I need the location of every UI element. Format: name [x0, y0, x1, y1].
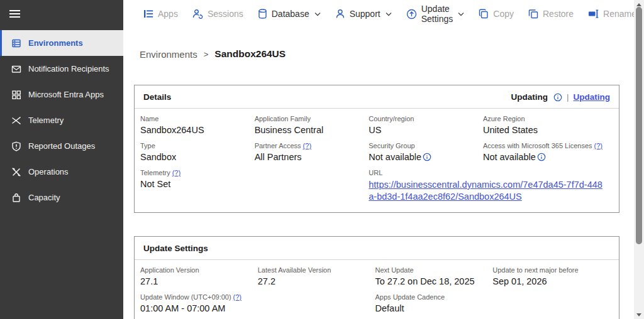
field-label: Apps Update Cadence: [375, 293, 486, 301]
help-link[interactable]: (?): [172, 169, 180, 176]
update-settings-card-title: Update Settings: [143, 244, 208, 253]
field-label: Name: [140, 115, 247, 122]
field-apps-update-cadence: Apps Update Cadence Default: [375, 288, 493, 315]
toolbar-label: Support: [350, 9, 380, 19]
toolbar: Apps Sessions Database Support: [123, 0, 634, 28]
toolbar-button-support[interactable]: Support: [335, 9, 392, 19]
field-label: Access with Microsoft 365 Licenses: [483, 142, 592, 149]
update-settings-card-body: Application Version 27.1 Latest Availabl…: [135, 260, 619, 319]
toolbar-button-restore[interactable]: Restore: [528, 9, 574, 19]
sidebar-item-capacity[interactable]: Capacity: [0, 185, 123, 210]
field-next-update: Next Update To 27.2 on Dec 18, 2025: [375, 261, 493, 288]
support-person-icon: [335, 9, 345, 19]
vertical-scrollbar[interactable]: [634, 0, 644, 319]
field-security-group: Security Group Not available: [369, 137, 483, 164]
help-link[interactable]: (?): [233, 293, 242, 301]
status-text: Updating: [511, 92, 548, 102]
menu-toggle-button[interactable]: [0, 0, 123, 30]
field-type: Type Sandbox: [140, 137, 255, 164]
content: Environments > Sandbox264US Details Upda…: [123, 28, 634, 319]
restore-icon: [528, 9, 538, 19]
sessions-icon: [192, 9, 203, 19]
sidebar-item-reported-outages[interactable]: Reported Outages: [0, 133, 123, 159]
field-value: Business Central: [255, 125, 362, 135]
rename-icon: [588, 9, 599, 18]
field-country-region: Country/region US: [369, 110, 483, 137]
toolbar-label: Restore: [543, 9, 574, 19]
field-label: Application Family: [255, 115, 362, 122]
toolbar-button-apps[interactable]: Apps: [143, 9, 178, 19]
field-value: Sep 01, 2026: [492, 276, 602, 286]
sidebar-item-notification-recipients[interactable]: Notification Recipients: [0, 56, 123, 82]
help-link[interactable]: (?): [594, 142, 602, 149]
toolbar-button-database[interactable]: Database: [258, 9, 321, 19]
field-label: Security Group: [369, 142, 475, 149]
scrollbar-down-arrow-icon[interactable]: [634, 310, 644, 319]
field-label: Next Update: [375, 266, 486, 274]
environments-icon: [11, 38, 21, 48]
field-value: United States: [483, 125, 602, 135]
field-label: Country/region: [369, 115, 475, 122]
sidebar-item-microsoft-entra-apps[interactable]: Microsoft Entra Apps: [0, 82, 123, 107]
field-update-next-major-before: Update to next major before Sep 01, 2026: [492, 261, 610, 288]
sidebar-item-label: Capacity: [28, 193, 60, 202]
entra-apps-icon: [11, 90, 21, 100]
status-updating-link[interactable]: Updating: [574, 92, 611, 102]
field-label: URL: [369, 169, 602, 176]
field-label: Type: [140, 142, 247, 149]
field-label: Latest Available Version: [258, 266, 368, 274]
hamburger-icon: [9, 9, 20, 21]
toolbar-label: Update Settings: [421, 4, 453, 24]
field-url: URL https://businesscentral.dynamics.com…: [369, 164, 610, 205]
field-value: 01:00 AM - 07:00 AM: [140, 303, 250, 313]
sidebar-item-telemetry[interactable]: Telemetry: [0, 107, 123, 133]
mail-icon: [11, 64, 21, 74]
toolbar-label: Apps: [158, 9, 178, 19]
info-icon[interactable]: [553, 93, 562, 102]
field-value: 27.1: [140, 276, 250, 286]
sidebar-item-environments[interactable]: Environments: [0, 30, 123, 56]
sidebar-item-operations[interactable]: Operations: [0, 159, 123, 185]
toolbar-button-copy[interactable]: Copy: [479, 9, 514, 19]
details-card-title: Details: [143, 92, 171, 102]
telemetry-icon: [11, 116, 21, 126]
sidebar-item-label: Microsoft Entra Apps: [28, 90, 104, 99]
field-value: Default: [375, 303, 486, 313]
field-value: Sandbox264US: [140, 125, 247, 135]
info-icon[interactable]: [423, 153, 431, 161]
database-icon: [258, 9, 267, 19]
breadcrumb-separator: >: [204, 50, 209, 59]
shield-exclamation-icon: [11, 141, 21, 151]
field-label: Azure Region: [483, 115, 602, 122]
field-value: 27.2: [258, 276, 368, 286]
chevron-down-icon: [458, 12, 464, 16]
field-label: Update to next major before: [492, 266, 602, 274]
field-telemetry: Telemetry(?) Not Set: [140, 164, 255, 205]
field-name: Name Sandbox264US: [140, 110, 255, 137]
field-m365-access: Access with Microsoft 365 Licenses(?) No…: [483, 137, 610, 164]
field-value: Not available: [369, 152, 421, 162]
help-link[interactable]: (?): [303, 142, 311, 149]
field-latest-available-version: Latest Available Version 27.2: [258, 261, 375, 288]
toolbar-label: Copy: [493, 9, 514, 19]
breadcrumb-parent-link[interactable]: Environments: [140, 49, 197, 60]
field-value: To 27.2 on Dec 18, 2025: [375, 276, 486, 286]
field-value: Sandbox: [140, 152, 247, 162]
toolbar-button-update-settings[interactable]: Update Settings: [406, 4, 465, 24]
scrollbar-thumb[interactable]: [636, 7, 642, 244]
field-label: Update Window (UTC+09:00): [140, 293, 231, 301]
toolbar-button-sessions[interactable]: Sessions: [192, 9, 243, 19]
environment-url-link[interactable]: https://businesscentral.dynamics.com/7e4…: [369, 180, 602, 202]
sidebar: Environments Notification Recipients Mic…: [0, 0, 123, 319]
sidebar-item-label: Notification Recipients: [28, 64, 109, 73]
bag-icon: [11, 193, 21, 203]
chevron-down-icon: [386, 12, 392, 16]
info-icon[interactable]: [537, 153, 546, 161]
update-settings-card: Update Settings Application Version 27.1…: [134, 236, 619, 319]
toolbar-button-rename[interactable]: Rename: [588, 9, 636, 19]
details-card-body: Name Sandbox264US Application Family Bus…: [135, 109, 619, 212]
sidebar-item-label: Telemetry: [28, 116, 64, 125]
tools-icon: [11, 167, 21, 177]
sidebar-item-label: Operations: [28, 167, 69, 176]
field-label: Partner Access: [255, 142, 301, 149]
